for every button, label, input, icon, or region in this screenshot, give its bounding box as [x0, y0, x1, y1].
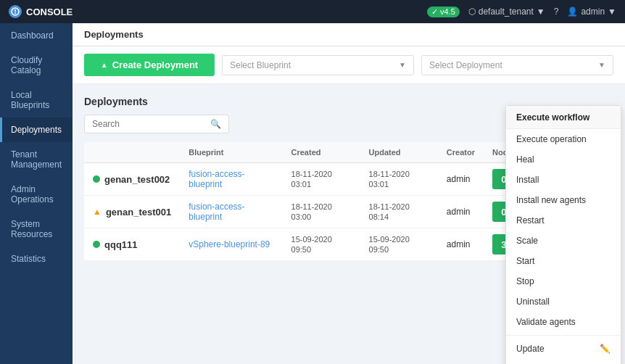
- layout: Dashboard Cloudify Catalog Local Bluepri…: [0, 23, 625, 364]
- context-menu-uninstall[interactable]: Uninstall: [506, 291, 621, 312]
- sidebar-item-tenant-management[interactable]: Tenant Management: [0, 142, 73, 177]
- toolbar: Create Deployment Select Blueprint ▼ Sel…: [73, 46, 625, 84]
- sidebar-item-admin-operations[interactable]: Admin Operations: [0, 177, 73, 212]
- app-title: CONSOLE: [26, 7, 73, 17]
- status-dot-green: [93, 241, 100, 248]
- help-button[interactable]: ?: [554, 7, 559, 17]
- sidebar-item-local-blueprints[interactable]: Local Blueprints: [0, 83, 73, 117]
- updated-cell: 18-11-2020 03:01: [360, 163, 438, 196]
- page-title: Deployments: [84, 29, 144, 40]
- sidebar-item-cloudify-catalog[interactable]: Cloudify Catalog: [0, 48, 73, 83]
- search-bar[interactable]: 🔍: [84, 115, 229, 133]
- sidebar-item-statistics[interactable]: Statistics: [0, 247, 73, 271]
- status-dot-green: [93, 175, 100, 183]
- svg-point-2: [15, 12, 16, 14]
- user-label: admin: [581, 7, 605, 17]
- blueprint-selector[interactable]: Select Blueprint ▼: [222, 55, 414, 75]
- created-date: 18-11-2020 03:01: [291, 170, 332, 189]
- created-date: 18-11-2020 03:00: [291, 202, 332, 221]
- context-menu: Execute workflow Execute operation Heal …: [505, 105, 621, 364]
- sidebar-label: System Resources: [11, 219, 52, 239]
- logo-area: CONSOLE: [9, 5, 73, 18]
- app-header: CONSOLE v4.5 ⬡ default_tenant ▼ ? 👤 admi…: [0, 0, 625, 23]
- created-cell: 15-09-2020 09:50: [283, 228, 360, 261]
- deployment-name-cell: qqq111: [84, 228, 180, 261]
- creator-name: admin: [447, 207, 471, 217]
- sidebar-label: Statistics: [11, 254, 46, 264]
- updated-cell: 18-11-2020 08:14: [360, 196, 438, 228]
- deployment-name-cell: ▲genan_test001: [84, 196, 180, 228]
- col-created: Created: [283, 142, 360, 163]
- context-menu-execute-workflow[interactable]: Execute workflow: [506, 106, 621, 129]
- logo-icon: [9, 5, 22, 18]
- sidebar: Dashboard Cloudify Catalog Local Bluepri…: [0, 23, 73, 364]
- blueprint-link[interactable]: fusion-access-blueprint: [189, 169, 244, 189]
- chevron-down-icon: ▼: [399, 61, 406, 69]
- blueprint-link[interactable]: fusion-access-blueprint: [189, 202, 244, 222]
- context-menu-install[interactable]: Install: [506, 170, 621, 190]
- chevron-down-icon: ▼: [598, 61, 605, 69]
- version-badge: v4.5: [427, 7, 460, 17]
- updated-date: 18-11-2020 08:14: [369, 202, 410, 221]
- context-menu-delete[interactable]: Delete 🗑: [506, 359, 621, 364]
- context-menu-install-new-agents[interactable]: Install new agents: [506, 190, 621, 210]
- tenant-label: default_tenant: [479, 7, 534, 17]
- creator-cell: admin: [438, 163, 484, 196]
- sidebar-label: Deployments: [11, 125, 62, 135]
- creator-name: admin: [447, 239, 471, 249]
- deployment-name: genan_test002: [104, 174, 170, 185]
- col-blueprint: Blueprint: [180, 142, 282, 163]
- user-arrow: ▼: [608, 7, 616, 17]
- created-date: 15-09-2020 09:50: [291, 235, 332, 254]
- deployment-name: qqq111: [104, 239, 138, 250]
- creator-cell: admin: [438, 196, 484, 228]
- col-name: [84, 142, 180, 163]
- deployment-name-cell: genan_test002: [84, 163, 180, 196]
- updated-cell: 15-09-2020 09:50: [360, 228, 438, 261]
- blueprint-link[interactable]: vSphere-blueprint-89: [189, 239, 270, 249]
- sidebar-item-system-resources[interactable]: System Resources: [0, 212, 73, 247]
- creator-name: admin: [447, 174, 471, 184]
- header-right: v4.5 ⬡ default_tenant ▼ ? 👤 admin ▼: [427, 7, 616, 17]
- search-input[interactable]: [92, 119, 210, 129]
- user-menu[interactable]: 👤 admin ▼: [567, 7, 616, 17]
- context-menu-stop[interactable]: Stop: [506, 271, 621, 291]
- updated-date: 18-11-2020 03:01: [369, 170, 410, 189]
- page-header: Deployments: [73, 23, 625, 46]
- tenant-selector[interactable]: ⬡ default_tenant ▼: [468, 7, 545, 17]
- context-menu-scale[interactable]: Scale: [506, 231, 621, 251]
- context-menu-update[interactable]: Update ✏️: [506, 339, 621, 359]
- context-menu-execute-operation[interactable]: Execute operation: [506, 129, 621, 149]
- sidebar-item-deployments[interactable]: Deployments: [0, 117, 73, 142]
- context-menu-divider: [506, 335, 621, 336]
- sidebar-item-dashboard[interactable]: Dashboard: [0, 23, 73, 48]
- context-menu-validate-agents[interactable]: Validate agents: [506, 312, 621, 332]
- col-creator: Creator: [438, 142, 484, 163]
- blueprint-selector-placeholder: Select Blueprint: [230, 60, 291, 70]
- blueprint-cell: fusion-access-blueprint: [180, 163, 282, 196]
- context-menu-heal[interactable]: Heal: [506, 149, 621, 170]
- created-cell: 18-11-2020 03:00: [283, 196, 360, 228]
- create-deployment-button[interactable]: Create Deployment: [84, 54, 215, 76]
- tenant-icon: ⬡: [468, 7, 476, 17]
- deployment-selector-placeholder: Select Deployment: [429, 60, 502, 70]
- context-menu-restart[interactable]: Restart: [506, 210, 621, 231]
- sidebar-label: Local Blueprints: [11, 90, 49, 110]
- col-updated: Updated: [360, 142, 438, 163]
- sidebar-label: Cloudify Catalog: [11, 55, 42, 75]
- edit-icon: ✏️: [600, 344, 610, 354]
- deployment-selector[interactable]: Select Deployment ▼: [421, 55, 613, 75]
- sidebar-label: Admin Operations: [11, 184, 54, 204]
- sidebar-label: Dashboard: [11, 30, 54, 41]
- user-icon: 👤: [567, 7, 578, 17]
- tenant-arrow: ▼: [537, 7, 545, 17]
- updated-date: 15-09-2020 09:50: [369, 235, 410, 254]
- blueprint-cell: vSphere-blueprint-89: [180, 228, 282, 261]
- search-icon: 🔍: [210, 119, 221, 129]
- sidebar-label: Tenant Management: [11, 149, 62, 170]
- context-menu-start[interactable]: Start: [506, 251, 621, 271]
- created-cell: 18-11-2020 03:01: [283, 163, 360, 196]
- warning-icon: ▲: [93, 207, 102, 217]
- creator-cell: admin: [438, 228, 484, 261]
- deployment-name: genan_test001: [106, 207, 171, 218]
